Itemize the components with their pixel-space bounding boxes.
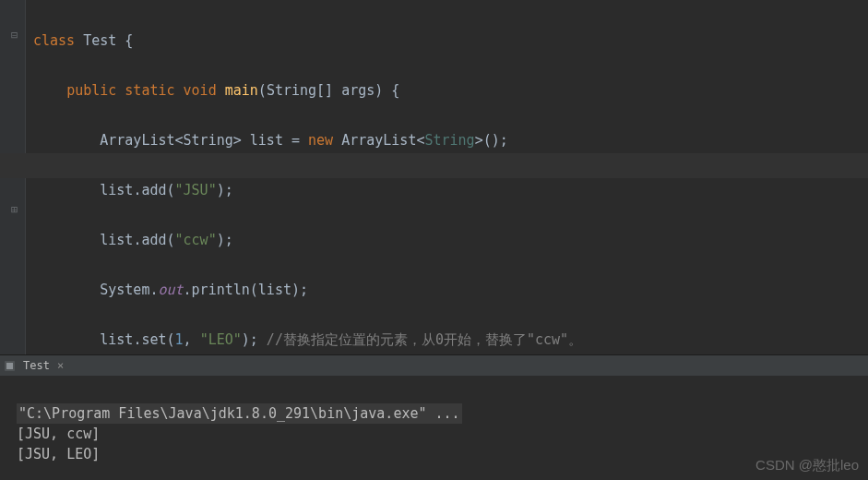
current-line-highlight <box>0 153 868 178</box>
command-line: "C:\Program Files\Java\jdk1.8.0_291\bin\… <box>17 403 462 424</box>
run-tab-label[interactable]: Test <box>19 359 54 372</box>
code-line: list.set(1, "LEO"); //替换指定位置的元素，从0开始，替换了… <box>33 328 868 353</box>
run-tool-window: Test × "C:\Program Files\Java\jdk1.8.0_2… <box>0 354 868 480</box>
fold-close-icon[interactable]: ⊞ <box>11 205 20 214</box>
fold-open-icon[interactable]: ⊟ <box>11 30 20 40</box>
code-line: System.out.println(list); <box>33 278 868 303</box>
run-tab-bar: Test × <box>0 355 868 376</box>
code-line: ArrayList<String> list = new ArrayList<S… <box>33 128 868 153</box>
code-line: list.add("ccw"); <box>33 228 868 253</box>
svg-rect-1 <box>6 363 13 369</box>
code-editor[interactable]: ⊟ ⊞ class Test { public static void main… <box>0 0 868 354</box>
code-line: list.add("JSU"); <box>33 178 868 203</box>
console-output[interactable]: "C:\Program Files\Java\jdk1.8.0_291\bin\… <box>0 376 868 480</box>
output-line: [JSU, ccw] <box>17 426 100 442</box>
code-line: class Test { <box>33 29 868 54</box>
close-icon[interactable]: × <box>54 359 67 372</box>
run-config-icon <box>4 360 16 372</box>
watermark: CSDN @憨批leo <box>755 457 859 474</box>
output-line: [JSU, LEO] <box>17 446 100 462</box>
code-line: public static void main(String[] args) { <box>33 78 868 103</box>
